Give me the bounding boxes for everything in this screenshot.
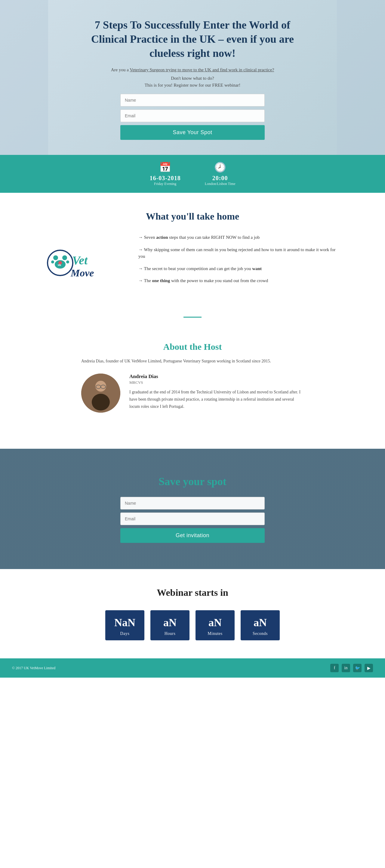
host-avatar <box>81 374 120 413</box>
benefit-3: → The secret to beat your competition an… <box>138 265 343 272</box>
hero-email-input[interactable] <box>120 110 265 122</box>
benefit-1: → Seven action steps that you can take R… <box>138 234 343 241</box>
svg-point-12 <box>92 394 110 410</box>
save-name-input[interactable] <box>120 497 265 509</box>
logo-area: uk Vet Move <box>42 240 120 284</box>
linkedin-icon[interactable]: in <box>342 664 350 672</box>
save-title: Save your spot <box>159 475 226 488</box>
calendar-icon: 📅 <box>159 161 171 173</box>
event-date: 16-03-2018 <box>150 175 181 182</box>
countdown-days: NaN Days <box>105 610 145 640</box>
about-content: About the Host Andreia Dias, founder of … <box>57 336 328 431</box>
event-timezone: London/Lisbon Time <box>205 182 235 186</box>
hero-content: 7 Steps To Successfully Enter the World … <box>90 18 295 140</box>
days-label: Days <box>120 631 130 636</box>
minutes-label: Minutes <box>207 631 222 636</box>
hero-section: 7 Steps To Successfully Enter the World … <box>0 0 385 155</box>
svg-text:Move: Move <box>70 268 94 279</box>
hero-name-input[interactable] <box>120 94 265 106</box>
hero-form: Save Your Spot <box>120 94 265 140</box>
vetmove-logo: uk Vet Move <box>42 240 120 282</box>
facebook-icon[interactable]: f <box>330 664 339 672</box>
save-form: Get invitation <box>120 497 265 543</box>
countdown-hours: aN Hours <box>150 610 190 640</box>
benefit-4: → The one thing with the power to make y… <box>138 277 343 284</box>
seconds-label: Seconds <box>253 631 268 636</box>
hero-deco-right <box>337 0 385 155</box>
days-value: NaN <box>108 616 141 629</box>
about-section: About the Host Andreia Dias, founder of … <box>0 330 385 449</box>
time-item: 🕗 20:00 London/Lisbon Time <box>205 161 235 186</box>
host-bio: I graduated at the end of 2014 from the … <box>129 389 304 410</box>
avatar-image <box>81 374 120 413</box>
svg-point-2 <box>62 255 67 260</box>
teal-divider <box>184 317 201 318</box>
countdown-section: Webinar starts in NaN Days aN Hours aN M… <box>0 569 385 658</box>
hours-value: aN <box>153 616 187 629</box>
footer: © 2017 UK VetMove Limited f in 🐦 ▶ <box>0 658 385 678</box>
hero-register: This is for you! Register now for our FR… <box>90 83 295 88</box>
save-email-input[interactable] <box>120 513 265 525</box>
countdown-title: Webinar starts in <box>24 587 361 598</box>
date-bar: 📅 16-03-2018 Friday Evening 🕗 20:00 Lond… <box>0 155 385 193</box>
seconds-value: aN <box>244 616 277 629</box>
take-home-title: What you'll take home <box>24 211 361 222</box>
countdown-boxes: NaN Days aN Hours aN Minutes aN Seconds <box>24 610 361 640</box>
svg-point-1 <box>53 255 58 260</box>
save-get-invitation-button[interactable]: Get invitation <box>120 528 265 543</box>
countdown-seconds: aN Seconds <box>240 610 280 640</box>
footer-copyright: © 2017 UK VetMove Limited <box>12 666 55 671</box>
hero-deco-left <box>0 0 48 155</box>
svg-point-6 <box>66 260 69 264</box>
twitter-icon[interactable]: 🐦 <box>353 664 361 672</box>
svg-point-5 <box>51 260 54 264</box>
host-credential: MRCVS <box>129 380 304 385</box>
host-card: Andreia Dias MRCVS I graduated at the en… <box>81 374 304 413</box>
minutes-value: aN <box>198 616 232 629</box>
hero-subtitle: Are you a Veterinary Surgeon trying to m… <box>90 66 295 73</box>
benefit-2: → Why skipping some of them can result i… <box>138 246 343 260</box>
event-day: Friday Evening <box>154 182 176 186</box>
benefits-list: → Seven action steps that you can take R… <box>138 234 343 290</box>
event-time: 20:00 <box>212 175 228 182</box>
host-name: Andreia Dias <box>129 374 304 379</box>
take-home-section: What you'll take home uk Vet Move <box>0 193 385 305</box>
hero-title: 7 Steps To Successfully Enter the World … <box>90 18 295 60</box>
svg-text:Vet: Vet <box>72 253 88 267</box>
clock-icon: 🕗 <box>214 161 226 173</box>
date-item: 📅 16-03-2018 Friday Evening <box>150 161 181 186</box>
host-info: Andreia Dias MRCVS I graduated at the en… <box>129 374 304 410</box>
take-home-grid: uk Vet Move → Seven action steps that yo… <box>42 234 343 290</box>
countdown-minutes: aN Minutes <box>195 610 235 640</box>
about-title: About the Host <box>81 342 304 352</box>
about-intro: Andreia Dias, founder of UK VetMove Limi… <box>81 358 304 365</box>
hero-question: Don't know what to do? <box>90 76 295 81</box>
save-spot-section: Save your spot Get invitation <box>0 449 385 569</box>
youtube-icon[interactable]: ▶ <box>364 664 373 672</box>
footer-social-icons: f in 🐦 ▶ <box>330 664 373 672</box>
hero-save-button[interactable]: Save Your Spot <box>120 125 265 140</box>
svg-text:uk: uk <box>58 263 61 267</box>
hours-label: Hours <box>164 631 175 636</box>
